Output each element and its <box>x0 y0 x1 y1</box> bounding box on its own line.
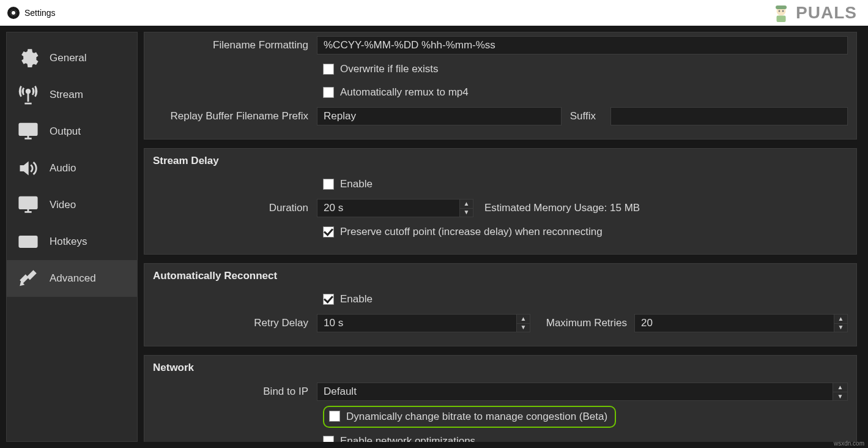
suffix-input[interactable] <box>610 107 848 125</box>
group-network: Network Bind to IP ▲▼ Dynamically change… <box>144 355 857 442</box>
bind-ip-label: Bind to IP <box>153 386 317 398</box>
brand-mascot-icon <box>770 2 792 24</box>
dyn-bitrate-highlight: Dynamically change bitrate to manage con… <box>323 406 616 428</box>
sidebar-item-stream[interactable]: Stream <box>7 77 137 113</box>
sidebar-item-label: Output <box>50 125 81 138</box>
auto-reconnect-enable-label: Enable <box>340 293 373 305</box>
svg-point-3 <box>782 10 784 12</box>
sidebar-item-label: Stream <box>50 89 83 101</box>
preserve-cutoff-checkbox[interactable] <box>323 226 334 237</box>
obs-app-icon <box>7 7 20 19</box>
window-title: Settings <box>24 8 56 18</box>
group-title-network: Network <box>153 362 848 374</box>
svg-rect-7 <box>20 197 37 208</box>
sidebar-item-label: Video <box>50 199 76 211</box>
svg-point-10 <box>25 239 26 241</box>
sidebar-item-audio[interactable]: Audio <box>7 150 137 187</box>
remux-label: Automatically remux to mp4 <box>340 86 469 99</box>
group-title-auto-reconnect: Automatically Reconnect <box>153 270 848 282</box>
sidebar-item-general[interactable]: General <box>7 40 137 77</box>
svg-point-5 <box>26 90 30 94</box>
sidebar-item-label: Advanced <box>50 272 96 285</box>
group-auto-reconnect: Automatically Reconnect Enable Retry Del… <box>144 263 857 346</box>
sidebar-item-label: Audio <box>50 162 76 174</box>
dropdown-arrows-icon[interactable]: ▲▼ <box>833 383 848 401</box>
net-opt-checkbox[interactable] <box>323 436 334 442</box>
max-retries-input[interactable] <box>634 314 834 332</box>
antenna-icon <box>15 84 41 105</box>
suffix-label: Suffix <box>569 110 603 122</box>
sidebar-item-label: Hotkeys <box>50 236 87 248</box>
watermark-brand: PUALS <box>770 0 857 26</box>
keyboard-icon <box>15 231 41 252</box>
monitor-icon <box>15 195 41 215</box>
group-title-stream-delay: Stream Delay <box>153 155 848 167</box>
svg-point-15 <box>33 243 34 244</box>
bind-ip-input[interactable] <box>317 383 833 401</box>
svg-point-12 <box>30 239 31 241</box>
stream-delay-enable-label: Enable <box>340 178 373 190</box>
sidebar-item-hotkeys[interactable]: Hotkeys <box>7 223 137 260</box>
retry-delay-label: Retry Delay <box>153 317 317 329</box>
spin-arrows-icon[interactable]: ▲▼ <box>517 314 530 332</box>
max-retries-label: Maximum Retries <box>541 317 627 329</box>
svg-point-13 <box>33 239 34 241</box>
svg-point-14 <box>23 243 24 244</box>
net-opt-label: Enable network optimizations <box>340 435 475 442</box>
spin-arrows-icon[interactable]: ▲▼ <box>834 314 848 332</box>
auto-reconnect-enable-checkbox[interactable] <box>323 294 334 305</box>
duration-spinbox[interactable]: ▲▼ <box>317 199 473 217</box>
spin-arrows-icon[interactable]: ▲▼ <box>460 199 473 217</box>
svg-point-2 <box>779 10 781 12</box>
window-titlebar: Settings <box>0 0 868 26</box>
svg-rect-1 <box>776 6 787 9</box>
source-watermark: wsxdn.com <box>834 440 864 447</box>
monitor-arrow-icon <box>15 121 41 142</box>
overwrite-label: Overwrite if file exists <box>340 63 439 75</box>
replay-prefix-label: Replay Buffer Filename Prefix <box>153 110 317 122</box>
settings-content: Filename Formatting Overwrite if file ex… <box>144 32 862 442</box>
brand-text: PUALS <box>796 3 857 23</box>
group-stream-delay: Stream Delay Enable Duration ▲▼ Estimate… <box>144 148 857 255</box>
sidebar-item-output[interactable]: Output <box>7 113 137 150</box>
retry-delay-spinbox[interactable]: ▲▼ <box>317 314 530 332</box>
max-retries-spinbox[interactable]: ▲▼ <box>634 314 848 332</box>
est-memory-label: Estimated Memory Usage: 15 MB <box>484 202 640 214</box>
replay-prefix-input[interactable] <box>317 107 562 125</box>
group-recording: Filename Formatting Overwrite if file ex… <box>144 32 857 140</box>
sidebar-item-video[interactable]: Video <box>7 187 137 223</box>
filename-formatting-label: Filename Formatting <box>153 39 317 51</box>
dyn-bitrate-label: Dynamically change bitrate to manage con… <box>346 411 607 423</box>
svg-point-9 <box>23 239 24 241</box>
svg-rect-4 <box>777 16 786 23</box>
svg-point-11 <box>28 239 29 241</box>
bind-ip-dropdown[interactable]: ▲▼ <box>317 383 848 401</box>
gear-icon <box>15 48 41 69</box>
speaker-icon <box>15 158 41 179</box>
sidebar-item-label: General <box>50 52 86 64</box>
dyn-bitrate-checkbox[interactable] <box>329 411 340 422</box>
retry-delay-input[interactable] <box>317 314 517 332</box>
filename-formatting-input[interactable] <box>317 36 848 54</box>
preserve-cutoff-label: Preserve cutoff point (increase delay) w… <box>340 226 603 238</box>
svg-rect-8 <box>20 237 37 247</box>
sidebar-item-advanced[interactable]: Advanced <box>7 260 137 297</box>
tools-icon <box>15 268 41 289</box>
remux-checkbox[interactable] <box>323 87 334 98</box>
duration-label: Duration <box>153 202 317 214</box>
duration-input[interactable] <box>317 199 460 217</box>
stream-delay-enable-checkbox[interactable] <box>323 179 334 190</box>
overwrite-checkbox[interactable] <box>323 64 334 75</box>
app-body: General Stream Output Audio Video <box>0 26 868 448</box>
settings-sidebar: General Stream Output Audio Video <box>6 32 138 442</box>
